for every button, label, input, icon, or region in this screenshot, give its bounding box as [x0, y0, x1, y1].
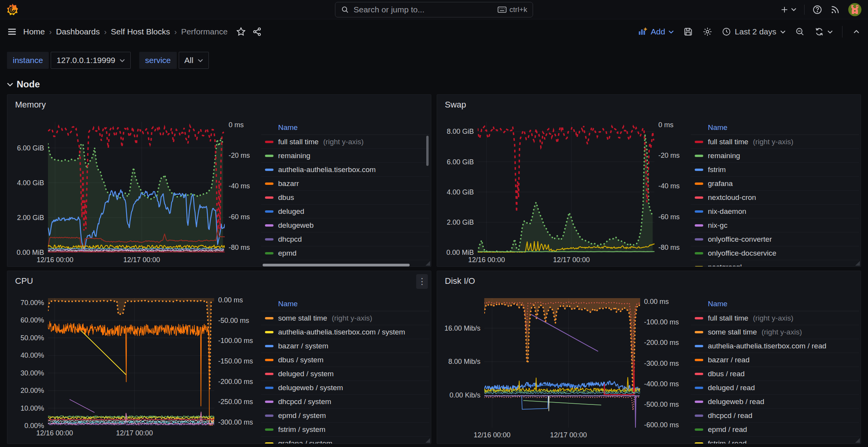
- legend-item[interactable]: full stall time (right y-axis): [261, 135, 429, 149]
- legend-item[interactable]: deluged: [261, 205, 429, 218]
- legend-item[interactable]: remaining: [261, 149, 429, 163]
- legend-swatch: [265, 415, 273, 417]
- legend-label: nextcloud-cron: [708, 193, 756, 202]
- search-input[interactable]: Search or jump to... ctrl+k: [335, 2, 533, 17]
- legend-header-name[interactable]: Name: [691, 298, 859, 311]
- y-axis-right-tick: -300.00 ms: [644, 359, 679, 367]
- chart-svg: [478, 122, 654, 253]
- variable-instance-value[interactable]: 127.0.0.1:19999: [51, 52, 131, 69]
- legend-item[interactable]: fstrim / system: [261, 423, 429, 437]
- chart-svg: [484, 298, 640, 428]
- breadcrumb-dashboards[interactable]: Dashboards: [56, 27, 100, 36]
- zoom-out-button[interactable]: [795, 27, 805, 37]
- legend-item[interactable]: dhcpcd / read: [691, 409, 859, 423]
- chart-plot[interactable]: [48, 122, 225, 253]
- chart-plot[interactable]: [484, 298, 640, 428]
- collapse-toolbar-icon[interactable]: [852, 27, 861, 36]
- legend-item[interactable]: nix-gc: [691, 218, 859, 232]
- legend-label: onlyoffice-converter: [708, 235, 772, 244]
- legend-item[interactable]: nextcloud-cron: [691, 191, 859, 205]
- legend-item[interactable]: dbus: [261, 191, 429, 205]
- legend-item[interactable]: epmd / system: [261, 409, 429, 423]
- breadcrumb: Home › Dashboards › Self Host Blocks › P…: [23, 27, 227, 36]
- legend-item[interactable]: deluged / read: [691, 381, 859, 395]
- legend-swatch: [265, 331, 273, 333]
- legend-item[interactable]: delugeweb / read: [691, 395, 859, 409]
- legend-swatch: [265, 345, 273, 347]
- add-panel-button[interactable]: Add: [637, 27, 673, 36]
- legend-item[interactable]: full stall time (right y-axis): [691, 135, 859, 149]
- dashboard-settings-button[interactable]: [702, 27, 713, 37]
- legend-item[interactable]: authelia-authelia.tiserbox.com: [261, 163, 429, 177]
- legend-item[interactable]: grafana: [691, 177, 859, 191]
- legend-item[interactable]: onlyoffice-converter: [691, 232, 859, 246]
- row-node-toggle[interactable]: Node: [0, 69, 868, 94]
- legend-item[interactable]: dhcpcd: [261, 232, 429, 246]
- legend-scrollbar-horizontal[interactable]: [263, 264, 410, 266]
- news-rss-icon[interactable]: [830, 5, 840, 15]
- legend-item[interactable]: dbus / read: [691, 367, 859, 381]
- panel-menu-kebab-icon[interactable]: ⋮: [416, 274, 428, 289]
- legend-item[interactable]: delugeweb: [261, 218, 429, 232]
- shortcut-label: ctrl+k: [509, 5, 527, 14]
- legend-item[interactable]: fstrim / read: [691, 437, 859, 444]
- legend-item[interactable]: grafana / system: [261, 437, 429, 444]
- legend-item[interactable]: remaining: [691, 149, 859, 163]
- legend-item[interactable]: full stall time (right y-axis): [691, 311, 859, 325]
- y-axis-right-tick: -40 ms: [229, 182, 250, 190]
- save-dashboard-button[interactable]: [683, 27, 693, 37]
- panel-title[interactable]: Disk I/O: [445, 276, 475, 286]
- legend-label: some stall time: [278, 314, 327, 322]
- legend-item[interactable]: dbus / system: [261, 353, 429, 367]
- legend-item[interactable]: bazarr / read: [691, 353, 859, 367]
- legend-item[interactable]: onlyoffice-docservice: [691, 246, 859, 260]
- y-axis-right-tick: 0 ms: [658, 121, 673, 129]
- legend-item[interactable]: epmd / read: [691, 423, 859, 437]
- legend-header-name[interactable]: Name: [691, 122, 859, 135]
- time-range-picker[interactable]: Last 2 days: [722, 27, 786, 36]
- chart-plot[interactable]: [48, 298, 214, 426]
- legend-item[interactable]: dhcpcd / system: [261, 395, 429, 409]
- legend-label: dbus: [278, 193, 294, 202]
- y-axis-right-tick: -400.00 ms: [644, 380, 679, 388]
- x-axis-tick: 12/16 00:00: [36, 429, 73, 437]
- panel-title[interactable]: CPU: [15, 276, 33, 286]
- legend-item[interactable]: authelia-authelia.tiserbox.com / read: [691, 339, 859, 353]
- y-axis-right-tick: 0.00 ms: [218, 296, 243, 304]
- chart-svg: [48, 122, 225, 253]
- breadcrumb-home[interactable]: Home: [23, 27, 45, 36]
- variable-service-label[interactable]: service: [139, 52, 177, 69]
- legend-item[interactable]: epmd: [261, 246, 429, 260]
- help-icon[interactable]: [812, 5, 822, 15]
- refresh-button[interactable]: [814, 27, 833, 37]
- breadcrumb-folder[interactable]: Self Host Blocks: [111, 27, 170, 36]
- legend-label-suffix: (right y-axis): [753, 138, 794, 146]
- legend-item[interactable]: postgresql: [691, 260, 859, 267]
- variable-instance-label[interactable]: instance: [7, 52, 49, 69]
- panel-title[interactable]: Swap: [445, 100, 466, 110]
- user-avatar[interactable]: [848, 3, 862, 17]
- legend-item[interactable]: some stall time (right y-axis): [261, 311, 429, 325]
- panel-cpu: ⋮ CPU 0.00%10.00%20.00%30.00%40.00%50.00…: [7, 271, 431, 444]
- legend-label: deluged: [278, 207, 304, 216]
- new-item-button[interactable]: [780, 5, 796, 14]
- y-axis-left-tick: 6.00 GiB: [17, 144, 44, 152]
- mega-menu-icon[interactable]: [7, 27, 17, 37]
- legend-item[interactable]: nix-daemon: [691, 205, 859, 218]
- legend-scrollbar-vertical[interactable]: [426, 136, 429, 166]
- panel-title[interactable]: Memory: [15, 100, 46, 110]
- favorite-star-icon[interactable]: [236, 27, 246, 37]
- legend-item[interactable]: authelia-authelia.tiserbox.com / system: [261, 325, 429, 339]
- share-icon[interactable]: [252, 27, 262, 37]
- variable-service-value[interactable]: All: [179, 52, 209, 69]
- legend-header-name[interactable]: Name: [261, 298, 429, 311]
- legend-item[interactable]: bazarr / system: [261, 339, 429, 353]
- legend-item[interactable]: deluged / system: [261, 367, 429, 381]
- legend-item[interactable]: fstrim: [691, 163, 859, 177]
- legend-item[interactable]: delugeweb / system: [261, 381, 429, 395]
- legend-header-name[interactable]: Name: [261, 122, 429, 135]
- legend-item[interactable]: bazarr: [261, 177, 429, 191]
- legend-item[interactable]: some stall time (right y-axis): [691, 325, 859, 339]
- chart-plot[interactable]: [478, 122, 654, 253]
- grafana-logo-icon[interactable]: [6, 3, 19, 16]
